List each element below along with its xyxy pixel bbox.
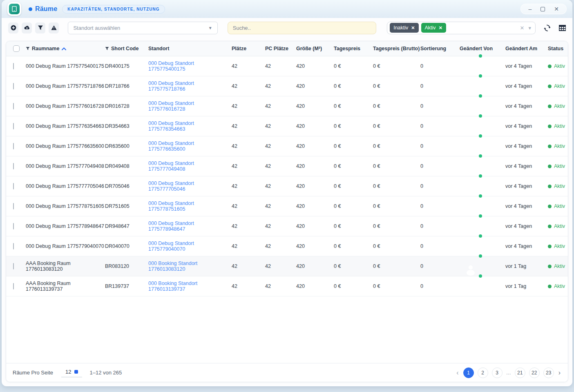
- groesse-value: 420: [296, 143, 334, 149]
- filter-button[interactable]: [35, 22, 45, 33]
- status-label: Aktiv: [554, 63, 565, 69]
- tagespreis-brutto-value: 0 €: [373, 223, 420, 229]
- standort-link[interactable]: 000 Booking Standort 1776013083120: [148, 261, 197, 272]
- row-checkbox[interactable]: [13, 83, 14, 89]
- column-header-raumname[interactable]: Raumname: [26, 46, 105, 51]
- table-view-button[interactable]: [559, 24, 566, 31]
- tagespreis-brutto-value: 0 €: [373, 83, 420, 89]
- plaetze-value: 42: [232, 63, 265, 69]
- row-checkbox[interactable]: [13, 263, 14, 270]
- column-header-geaendert-am[interactable]: Geändert Am: [505, 46, 548, 51]
- row-checkbox[interactable]: [13, 143, 14, 149]
- status-label: Aktiv: [554, 103, 565, 109]
- sortierung-value: 0: [420, 123, 460, 129]
- geaendert-am-value: vor 4 Tagen: [505, 203, 548, 209]
- room-name: 000 Debug Raum 1775778751605: [26, 203, 105, 209]
- export-button[interactable]: [22, 22, 32, 33]
- page-button-21[interactable]: 21: [515, 368, 525, 378]
- page-button-1[interactable]: 1: [463, 368, 474, 378]
- standort-link[interactable]: 000 Debug Standort 1775776354663: [148, 120, 194, 132]
- warning-triangle-icon: [51, 25, 57, 31]
- pc-plaetze-value: 42: [265, 223, 296, 229]
- row-checkbox[interactable]: [13, 283, 14, 290]
- per-page-caret-icon: [74, 370, 78, 374]
- row-checkbox[interactable]: [13, 223, 14, 229]
- page-button-23[interactable]: 23: [543, 368, 554, 378]
- tagespreis-brutto-value: 0 €: [373, 183, 420, 189]
- geaendert-von-cell: [460, 83, 505, 89]
- select-all-checkbox[interactable]: [13, 45, 20, 52]
- row-checkbox[interactable]: [13, 243, 14, 249]
- clear-filter-icon[interactable]: ✕: [520, 25, 525, 31]
- pc-plaetze-value: 42: [265, 243, 296, 249]
- column-header-geaendert-von[interactable]: Geändert Von: [460, 46, 505, 51]
- standort-link[interactable]: 000 Debug Standort 1775777705046: [148, 180, 194, 192]
- standort-link[interactable]: 000 Debug Standort 1775779040070: [148, 241, 194, 252]
- page-button-3[interactable]: 3: [492, 368, 503, 378]
- groesse-value: 420: [296, 203, 334, 209]
- column-header-groesse[interactable]: Größe (M²): [296, 46, 334, 51]
- standort-select[interactable]: Standort auswählen ▼: [68, 22, 217, 34]
- row-checkbox[interactable]: [13, 163, 14, 169]
- standort-link[interactable]: 000 Debug Standort 1775778948647: [148, 220, 194, 232]
- column-header-status[interactable]: Status: [548, 46, 568, 51]
- room-name: 000 Debug Raum 1775775718766: [26, 83, 105, 89]
- row-checkbox[interactable]: [13, 183, 14, 189]
- tagespreis-value: 0 €: [334, 243, 373, 249]
- next-page-button[interactable]: ›: [558, 369, 561, 376]
- column-filter-icon: [105, 47, 109, 51]
- add-button[interactable]: [8, 22, 18, 33]
- chevron-down-icon[interactable]: ▾: [529, 25, 532, 31]
- tagespreis-brutto-value: 0 €: [373, 63, 420, 69]
- status-filter-field[interactable]: Inaktiv ✕ Aktiv ✕ ✕ ▾: [387, 22, 536, 34]
- status-dot-icon: [548, 225, 552, 228]
- plus-circle-icon: [11, 25, 16, 31]
- column-header-tagespreis-brutto[interactable]: Tagespreis (Brutto): [373, 46, 420, 51]
- column-header-pc-plaetze[interactable]: PC Plätze: [265, 46, 296, 51]
- standort-link[interactable]: 000 Debug Standort 1775775400175: [148, 60, 194, 72]
- row-checkbox-cell: [6, 103, 26, 109]
- geaendert-von-cell: [460, 283, 505, 289]
- standort-link[interactable]: 000 Debug Standort 1775776016728: [148, 100, 194, 112]
- page-button-22[interactable]: 22: [529, 368, 540, 378]
- alert-button[interactable]: [49, 22, 59, 33]
- row-checkbox[interactable]: [13, 123, 14, 129]
- column-header-tagespreis[interactable]: Tagespreis: [334, 46, 373, 51]
- filter-chip-aktiv[interactable]: Aktiv ✕: [421, 23, 446, 33]
- page-button-2[interactable]: 2: [478, 368, 488, 378]
- plaetze-value: 42: [232, 103, 265, 109]
- title-badge: KAPAZITÄTEN, STANDORTE, NUTZUNG: [62, 5, 165, 13]
- chip-remove-icon[interactable]: ✕: [411, 25, 415, 31]
- per-page-select[interactable]: 12: [61, 368, 82, 377]
- minimize-button[interactable]: –: [528, 7, 532, 11]
- filter-chip-inaktiv[interactable]: Inaktiv ✕: [390, 23, 418, 33]
- standort-link[interactable]: 000 Debug Standort 1775777049408: [148, 160, 194, 172]
- window-controls: – ✕: [520, 4, 567, 14]
- refresh-button[interactable]: [544, 24, 551, 31]
- row-checkbox[interactable]: [13, 203, 14, 209]
- search-input[interactable]: Suche..: [228, 22, 376, 34]
- standort-link[interactable]: 000 Debug Standort 1775776635600: [148, 140, 194, 152]
- row-checkbox[interactable]: [13, 103, 14, 109]
- tagespreis-brutto-value: 0 €: [373, 143, 420, 149]
- tagespreis-brutto-value: 0 €: [373, 103, 420, 109]
- short-code: DR948647: [105, 223, 148, 229]
- standort-link[interactable]: 000 Booking Standort 1776013139737: [148, 281, 197, 292]
- standort-cell: 000 Booking Standort 1776013083120: [148, 261, 232, 272]
- standort-link[interactable]: 000 Debug Standort 1775775718766: [148, 80, 194, 92]
- tagespreis-value: 0 €: [334, 123, 373, 129]
- close-button[interactable]: ✕: [554, 7, 559, 11]
- chip-remove-icon[interactable]: ✕: [439, 25, 442, 31]
- column-header-plaetze[interactable]: Plätze: [232, 46, 265, 51]
- prev-page-button[interactable]: ‹: [456, 369, 459, 376]
- sortierung-value: 0: [420, 283, 460, 289]
- maximize-button[interactable]: [540, 7, 545, 11]
- column-header-standort[interactable]: Standort: [148, 46, 232, 51]
- table-header-row: Raumname Short Code Standort Plätze PC P…: [6, 41, 568, 56]
- column-header-shortcode[interactable]: Short Code: [105, 46, 148, 51]
- column-header-sortierung[interactable]: Sortierung: [420, 46, 460, 51]
- short-code: DR354663: [105, 123, 148, 129]
- table-row: 000 Debug Raum 1775777049408DR049408000 …: [6, 156, 568, 176]
- row-checkbox[interactable]: [13, 63, 14, 69]
- standort-link[interactable]: 000 Debug Standort 1775778751605: [148, 200, 194, 212]
